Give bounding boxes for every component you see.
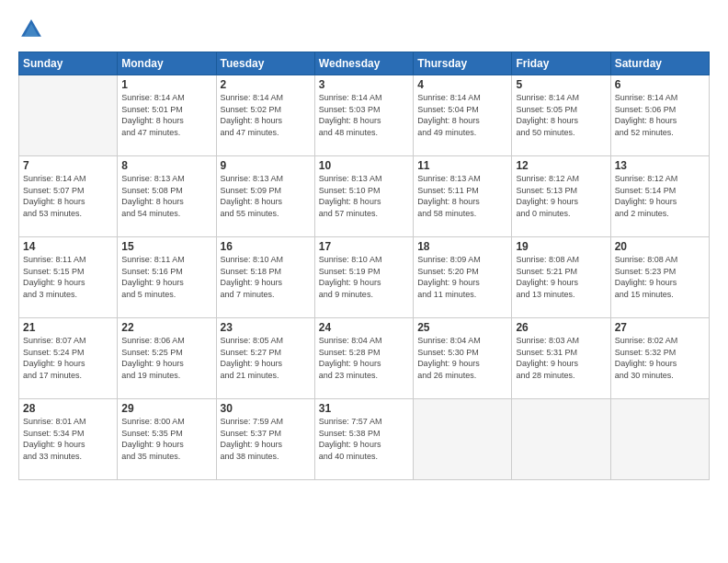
day-info: Sunrise: 7:57 AM Sunset: 5:38 PM Dayligh… [319,416,409,462]
day-info: Sunrise: 8:14 AM Sunset: 5:02 PM Dayligh… [221,92,311,138]
day-info: Sunrise: 8:11 AM Sunset: 5:16 PM Dayligh… [121,254,211,300]
day-number: 5 [516,78,606,91]
day-number: 3 [319,78,409,91]
day-number: 17 [319,240,409,253]
day-number: 9 [221,159,311,172]
calendar-cell: 22Sunrise: 8:06 AM Sunset: 5:25 PM Dayli… [118,318,216,399]
week-row-0: 1Sunrise: 8:14 AM Sunset: 5:01 PM Daylig… [19,75,710,156]
day-number: 19 [516,240,606,253]
day-number: 29 [121,402,211,415]
calendar-cell: 29Sunrise: 8:00 AM Sunset: 5:35 PM Dayli… [118,399,216,480]
day-number: 24 [319,321,409,334]
day-header-monday: Monday [118,52,216,75]
day-info: Sunrise: 8:12 AM Sunset: 5:13 PM Dayligh… [516,173,606,219]
day-info: Sunrise: 8:07 AM Sunset: 5:24 PM Dayligh… [23,335,113,381]
day-info: Sunrise: 8:03 AM Sunset: 5:31 PM Dayligh… [516,335,606,381]
day-number: 10 [319,159,409,172]
header-row: SundayMondayTuesdayWednesdayThursdayFrid… [19,52,710,75]
day-number: 12 [516,159,606,172]
calendar-cell: 13Sunrise: 8:12 AM Sunset: 5:14 PM Dayli… [610,156,709,237]
day-number: 31 [319,402,409,415]
calendar-cell [512,399,610,480]
calendar-cell: 9Sunrise: 8:13 AM Sunset: 5:09 PM Daylig… [216,156,314,237]
day-number: 7 [23,159,113,172]
day-number: 13 [615,159,705,172]
day-number: 25 [417,321,507,334]
day-info: Sunrise: 8:14 AM Sunset: 5:03 PM Dayligh… [319,92,409,138]
day-info: Sunrise: 8:10 AM Sunset: 5:18 PM Dayligh… [221,254,311,300]
day-info: Sunrise: 8:14 AM Sunset: 5:01 PM Dayligh… [121,92,211,138]
day-header-wednesday: Wednesday [314,52,413,75]
day-header-thursday: Thursday [414,52,512,75]
calendar-cell [610,399,709,480]
day-info: Sunrise: 8:13 AM Sunset: 5:09 PM Dayligh… [221,173,311,219]
calendar-cell: 26Sunrise: 8:03 AM Sunset: 5:31 PM Dayli… [512,318,610,399]
day-number: 16 [221,240,311,253]
page: SundayMondayTuesdayWednesdayThursdayFrid… [0,0,728,563]
calendar-cell: 30Sunrise: 7:59 AM Sunset: 5:37 PM Dayli… [216,399,314,480]
calendar-cell: 12Sunrise: 8:12 AM Sunset: 5:13 PM Dayli… [512,156,610,237]
day-info: Sunrise: 8:13 AM Sunset: 5:08 PM Dayligh… [121,173,211,219]
calendar-cell: 18Sunrise: 8:09 AM Sunset: 5:20 PM Dayli… [414,237,512,318]
day-number: 6 [615,78,705,91]
day-info: Sunrise: 8:01 AM Sunset: 5:34 PM Dayligh… [23,416,113,462]
day-header-sunday: Sunday [19,52,118,75]
day-header-friday: Friday [512,52,610,75]
logo [18,17,48,42]
day-number: 30 [221,402,311,415]
day-number: 15 [121,240,211,253]
day-number: 14 [23,240,113,253]
day-number: 27 [615,321,705,334]
day-info: Sunrise: 8:08 AM Sunset: 5:23 PM Dayligh… [615,254,705,300]
day-header-saturday: Saturday [610,52,709,75]
day-number: 21 [23,321,113,334]
day-info: Sunrise: 8:14 AM Sunset: 5:06 PM Dayligh… [615,92,705,138]
calendar-cell [414,399,512,480]
calendar-cell: 7Sunrise: 8:14 AM Sunset: 5:07 PM Daylig… [19,156,118,237]
calendar-cell: 1Sunrise: 8:14 AM Sunset: 5:01 PM Daylig… [118,75,216,156]
day-info: Sunrise: 8:06 AM Sunset: 5:25 PM Dayligh… [121,335,211,381]
week-row-2: 14Sunrise: 8:11 AM Sunset: 5:15 PM Dayli… [19,237,710,318]
day-number: 18 [417,240,507,253]
calendar-cell: 15Sunrise: 8:11 AM Sunset: 5:16 PM Dayli… [118,237,216,318]
day-info: Sunrise: 8:12 AM Sunset: 5:14 PM Dayligh… [615,173,705,219]
day-number: 23 [221,321,311,334]
day-info: Sunrise: 8:08 AM Sunset: 5:21 PM Dayligh… [516,254,606,300]
week-row-1: 7Sunrise: 8:14 AM Sunset: 5:07 PM Daylig… [19,156,710,237]
day-info: Sunrise: 8:13 AM Sunset: 5:10 PM Dayligh… [319,173,409,219]
day-header-tuesday: Tuesday [216,52,314,75]
day-info: Sunrise: 8:04 AM Sunset: 5:28 PM Dayligh… [319,335,409,381]
calendar-cell: 2Sunrise: 8:14 AM Sunset: 5:02 PM Daylig… [216,75,314,156]
day-number: 8 [121,159,211,172]
day-number: 2 [221,78,311,91]
day-info: Sunrise: 8:10 AM Sunset: 5:19 PM Dayligh… [319,254,409,300]
header [18,17,710,42]
day-number: 28 [23,402,113,415]
calendar-cell: 20Sunrise: 8:08 AM Sunset: 5:23 PM Dayli… [610,237,709,318]
day-info: Sunrise: 8:13 AM Sunset: 5:11 PM Dayligh… [417,173,507,219]
calendar-cell: 5Sunrise: 8:14 AM Sunset: 5:05 PM Daylig… [512,75,610,156]
day-number: 4 [417,78,507,91]
calendar-cell: 21Sunrise: 8:07 AM Sunset: 5:24 PM Dayli… [19,318,118,399]
day-info: Sunrise: 8:11 AM Sunset: 5:15 PM Dayligh… [23,254,113,300]
week-row-4: 28Sunrise: 8:01 AM Sunset: 5:34 PM Dayli… [19,399,710,480]
day-info: Sunrise: 8:04 AM Sunset: 5:30 PM Dayligh… [417,335,507,381]
calendar-cell: 19Sunrise: 8:08 AM Sunset: 5:21 PM Dayli… [512,237,610,318]
day-info: Sunrise: 8:14 AM Sunset: 5:05 PM Dayligh… [516,92,606,138]
calendar-cell: 6Sunrise: 8:14 AM Sunset: 5:06 PM Daylig… [610,75,709,156]
calendar-cell: 25Sunrise: 8:04 AM Sunset: 5:30 PM Dayli… [414,318,512,399]
calendar-cell: 24Sunrise: 8:04 AM Sunset: 5:28 PM Dayli… [314,318,413,399]
calendar-cell: 28Sunrise: 8:01 AM Sunset: 5:34 PM Dayli… [19,399,118,480]
calendar-cell: 14Sunrise: 8:11 AM Sunset: 5:15 PM Dayli… [19,237,118,318]
calendar-cell: 10Sunrise: 8:13 AM Sunset: 5:10 PM Dayli… [314,156,413,237]
calendar-cell: 16Sunrise: 8:10 AM Sunset: 5:18 PM Dayli… [216,237,314,318]
calendar-cell: 27Sunrise: 8:02 AM Sunset: 5:32 PM Dayli… [610,318,709,399]
logo-icon [18,17,44,42]
day-number: 11 [417,159,507,172]
day-number: 20 [615,240,705,253]
day-number: 1 [121,78,211,91]
calendar-cell: 3Sunrise: 8:14 AM Sunset: 5:03 PM Daylig… [314,75,413,156]
day-number: 26 [516,321,606,334]
day-number: 22 [121,321,211,334]
day-info: Sunrise: 8:00 AM Sunset: 5:35 PM Dayligh… [121,416,211,462]
